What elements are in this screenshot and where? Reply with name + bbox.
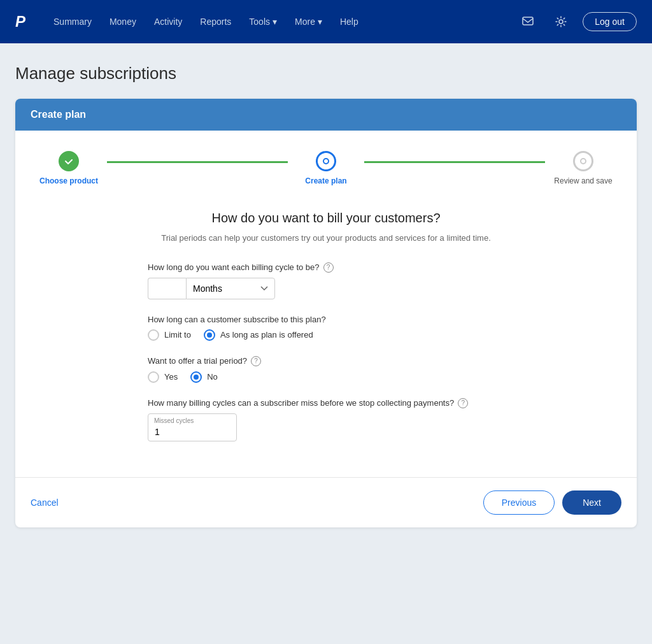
billing-cycle-group: How long do you want each billing cycle … xyxy=(148,262,504,299)
create-plan-card: Create plan Choose product xyxy=(15,99,637,527)
nav-summary[interactable]: Summary xyxy=(46,11,99,32)
stepper: Choose product Create plan xyxy=(31,151,621,185)
svg-point-1 xyxy=(559,20,563,24)
chevron-down-icon: ▾ xyxy=(318,17,322,27)
billing-cycle-label: How long do you want each billing cycle … xyxy=(148,262,504,273)
billing-cycle-number-input[interactable] xyxy=(148,278,186,299)
subscription-aslong-option[interactable]: As long as plan is offered xyxy=(204,329,313,341)
trial-yes-radio[interactable] xyxy=(148,371,159,383)
subscription-limit-label: Limit to xyxy=(164,330,191,340)
nav-help[interactable]: Help xyxy=(332,11,366,32)
stepper-step-1: Choose product xyxy=(31,151,107,185)
form-section: How do you want to bill your customers? … xyxy=(148,211,504,441)
billing-cycle-input-row: Months Days Weeks Years xyxy=(148,278,275,299)
svg-rect-0 xyxy=(523,17,533,25)
subscription-aslong-radio[interactable] xyxy=(204,329,215,341)
navbar-actions: Log out xyxy=(516,10,637,33)
footer-actions: Previous Next xyxy=(483,490,621,515)
stepper-circle-3 xyxy=(573,151,593,171)
nav-activity[interactable]: Activity xyxy=(146,11,190,32)
gear-icon xyxy=(555,15,567,28)
missed-cycles-input-wrap: Missed cycles xyxy=(148,413,237,441)
trial-yes-option[interactable]: Yes xyxy=(148,371,178,383)
trial-radio-group: Yes No xyxy=(148,371,504,383)
subscription-length-group: How long can a customer subscribe to thi… xyxy=(148,315,504,341)
stepper-label-3: Review and save xyxy=(554,176,612,185)
chevron-down-icon: ▾ xyxy=(273,17,277,27)
billing-cycle-help-icon[interactable]: ? xyxy=(323,262,334,273)
nav-more[interactable]: More ▾ xyxy=(287,11,330,32)
trial-no-label: No xyxy=(207,372,218,382)
stepper-connector-1 xyxy=(107,161,288,163)
subscription-radio-group: Limit to As long as plan is offered xyxy=(148,329,504,341)
subscription-length-label: How long can a customer subscribe to thi… xyxy=(148,315,504,324)
billing-cycle-unit-select[interactable]: Months Days Weeks Years xyxy=(186,278,275,299)
message-icon xyxy=(521,15,534,28)
cancel-button[interactable]: Cancel xyxy=(31,492,59,513)
card-body: Choose product Create plan xyxy=(15,131,637,477)
trial-no-option[interactable]: No xyxy=(190,371,218,383)
stepper-step-2: Create plan xyxy=(288,151,364,185)
page-title: Manage subscriptions xyxy=(15,64,637,83)
trial-no-radio[interactable] xyxy=(190,371,202,383)
stepper-label-2: Create plan xyxy=(305,176,346,185)
card-header-title: Create plan xyxy=(31,109,86,120)
stepper-circle-2 xyxy=(316,151,336,171)
nav-reports[interactable]: Reports xyxy=(192,11,239,32)
subscription-aslong-label: As long as plan is offered xyxy=(220,330,313,340)
missed-cycles-group: How many billing cycles can a subscriber… xyxy=(148,398,504,441)
trial-yes-label: Yes xyxy=(164,372,178,382)
nav-tools[interactable]: Tools ▾ xyxy=(241,11,285,32)
previous-button[interactable]: Previous xyxy=(483,490,555,515)
navbar: P Summary Money Activity Reports Tools ▾… xyxy=(0,0,652,43)
trial-period-group: Want to offer a trial period? ? Yes No xyxy=(148,356,504,383)
form-subtitle: Trial periods can help your customers tr… xyxy=(148,232,504,245)
message-icon-button[interactable] xyxy=(516,10,539,33)
stepper-connector-2 xyxy=(364,161,545,163)
trial-period-label: Want to offer a trial period? ? xyxy=(148,356,504,366)
form-title: How do you want to bill your customers? xyxy=(148,211,504,225)
card-header: Create plan xyxy=(15,99,637,131)
missed-cycles-help-icon[interactable]: ? xyxy=(458,398,468,408)
settings-icon-button[interactable] xyxy=(549,10,572,33)
navbar-links: Summary Money Activity Reports Tools ▾ M… xyxy=(46,11,516,32)
subscription-limit-to-option[interactable]: Limit to xyxy=(148,329,191,341)
trial-help-icon[interactable]: ? xyxy=(251,356,261,366)
stepper-step-3: Review and save xyxy=(545,151,621,185)
missed-cycles-field-label: Missed cycles xyxy=(154,417,194,424)
page-content: Manage subscriptions Create plan Choose … xyxy=(0,43,652,548)
card-footer: Cancel Previous Next xyxy=(15,477,637,527)
missed-cycles-label: How many billing cycles can a subscriber… xyxy=(148,398,504,408)
nav-money[interactable]: Money xyxy=(102,11,144,32)
logout-button[interactable]: Log out xyxy=(583,12,637,31)
stepper-circle-1 xyxy=(59,151,79,171)
paypal-logo: P xyxy=(15,13,25,31)
stepper-label-1: Choose product xyxy=(39,176,98,185)
next-button[interactable]: Next xyxy=(562,490,621,515)
subscription-limit-radio[interactable] xyxy=(148,329,159,341)
